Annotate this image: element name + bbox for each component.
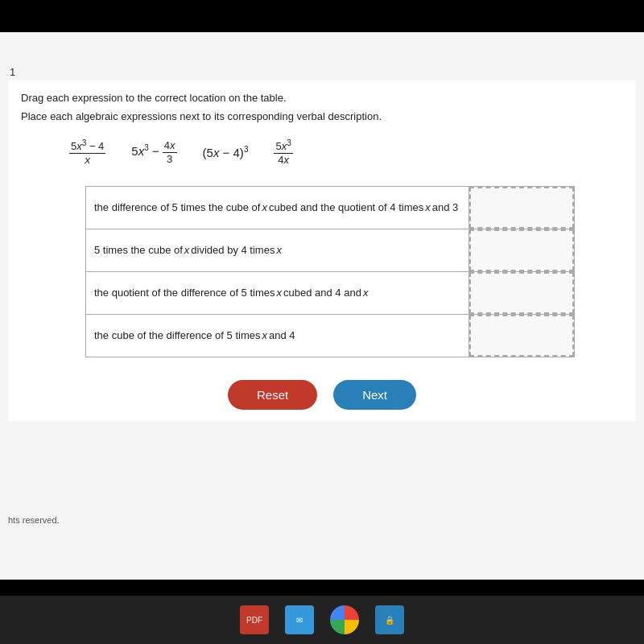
expr-1[interactable]: 5x3 − 4 x xyxy=(69,138,105,167)
page-number: 1 xyxy=(10,66,15,78)
screen: 1 Drag each expression to the correct lo… xyxy=(0,32,644,580)
taskbar-pdf-icon[interactable]: PDF xyxy=(240,605,269,634)
taskbar: PDF ✉ 🔒 xyxy=(0,596,644,644)
drop-zone-2[interactable] xyxy=(469,229,574,271)
buttons-row: Reset Next xyxy=(21,380,623,410)
taskbar-lock-icon[interactable]: 🔒 xyxy=(375,605,404,634)
taskbar-mail-icon[interactable]: ✉ xyxy=(285,605,314,634)
drop-zone-3[interactable] xyxy=(469,272,574,314)
expr-2[interactable]: 5x3 − 4x 3 xyxy=(131,139,176,165)
table-cell-description-4: the cube of the difference of 5 times x … xyxy=(86,315,469,357)
taskbar-chrome-icon[interactable] xyxy=(330,605,359,634)
next-button[interactable]: Next xyxy=(333,380,416,410)
expr-3[interactable]: (5x − 4)3 xyxy=(203,145,249,159)
table-row: 5 times the cube of x divided by 4 times… xyxy=(86,229,574,272)
drop-zone-1[interactable] xyxy=(469,187,574,229)
instruction-2: Place each algebraic expressions next to… xyxy=(21,110,623,122)
footer-text: hts reserved. xyxy=(8,515,60,525)
expressions-row: 5x3 − 4 x 5x3 − 4x 3 (5x − 4)3 5x3 xyxy=(21,138,623,167)
expr-4[interactable]: 5x3 4x xyxy=(274,138,292,167)
table-row: the cube of the difference of 5 times x … xyxy=(86,315,574,357)
drop-zone-4[interactable] xyxy=(469,315,574,357)
table-row: the difference of 5 times the cube of x … xyxy=(86,187,574,229)
reset-button[interactable]: Reset xyxy=(228,380,317,410)
instruction-1: Drag each expression to the correct loca… xyxy=(21,92,623,104)
content-area: Drag each expression to the correct loca… xyxy=(8,80,636,421)
table-cell-description-1: the difference of 5 times the cube of x … xyxy=(86,187,469,229)
table-cell-description-2: 5 times the cube of x divided by 4 times… xyxy=(86,229,469,271)
matching-table: the difference of 5 times the cube of x … xyxy=(85,186,575,357)
table-cell-description-3: the quotient of the difference of 5 time… xyxy=(86,272,469,314)
table-row: the quotient of the difference of 5 time… xyxy=(86,272,574,315)
